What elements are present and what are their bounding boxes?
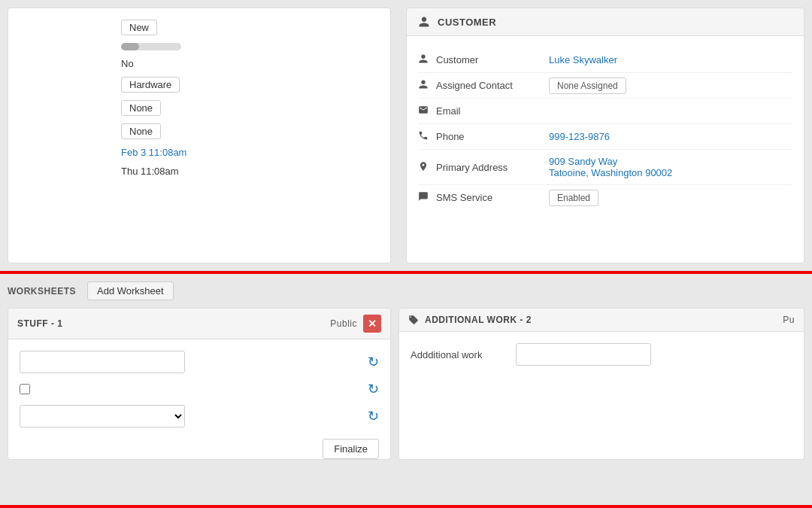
date-blue-row: Feb 3 11:08am — [23, 147, 375, 158]
worksheet-card-1-actions: Public ✕ — [330, 315, 381, 333]
ws-checkbox-row: ↻ — [20, 381, 379, 397]
address-line1: 909 Sandy Way — [549, 156, 617, 167]
sms-icon — [418, 191, 436, 204]
additional-work-label: Addditional work — [411, 349, 508, 360]
assigned-contact-row: Assigned Contact None Assigned — [418, 73, 792, 99]
customer-panel-header: CUSTOMER — [407, 8, 804, 36]
ws-reset-icon-2[interactable]: ↻ — [368, 381, 379, 397]
add-worksheet-button[interactable]: Add Worksheet — [87, 281, 174, 300]
ws-text-row: ↻ — [20, 351, 379, 373]
address-label: Primary Address — [436, 162, 549, 173]
sms-value: Enabled — [549, 192, 792, 203]
bottom-red-divider — [0, 505, 812, 508]
none-badge-1: None — [121, 100, 161, 116]
progress-value — [121, 43, 375, 50]
worksheet-card-2-header: ADDITIONAL WORK - 2 Pu — [399, 309, 804, 332]
ws-reset-icon-3[interactable]: ↻ — [368, 408, 379, 424]
phone-icon — [418, 130, 436, 143]
none2-value: None — [121, 123, 375, 139]
status-row: New — [23, 20, 375, 35]
address-row: Primary Address 909 Sandy Way Tatooine, … — [418, 150, 792, 185]
ws-checkbox-1[interactable] — [20, 384, 30, 394]
none1-value: None — [121, 100, 375, 116]
hardware-value: Hardware — [121, 77, 375, 93]
address-line2: Tatooine, Washington 90002 — [549, 167, 672, 178]
worksheet-card-1-header: STUFF - 1 Public ✕ — [8, 309, 390, 339]
customer-panel: CUSTOMER Customer Luke Skywalker Assigne… — [406, 8, 804, 263]
phone-row: Phone 999-123-9876 — [418, 124, 792, 150]
hardware-badge: Hardware — [121, 77, 180, 93]
phone-label: Phone — [436, 131, 549, 142]
none2-row: None — [23, 123, 375, 139]
finalize-button[interactable]: Finalize — [323, 439, 379, 459]
worksheet-card-2-title: ADDITIONAL WORK - 2 — [425, 315, 532, 325]
worksheet-card-1-title-group: STUFF - 1 — [17, 318, 63, 329]
progress-row — [23, 43, 375, 50]
sms-enabled-badge: Enabled — [549, 190, 598, 206]
status-value: New — [121, 20, 375, 35]
worksheets-title: WORKSHEETS — [8, 286, 76, 297]
date-blue-text: Feb 3 11:08am — [121, 147, 186, 158]
customer-section-title: CUSTOMER — [438, 17, 496, 28]
date-normal-value: Thu 11:08am — [121, 166, 375, 177]
worksheet-card-1-delete-button[interactable]: ✕ — [363, 315, 381, 333]
ws-text-input-1[interactable] — [20, 351, 185, 373]
ws-select-row: ↻ — [20, 405, 379, 427]
none1-row: None — [23, 100, 375, 116]
worksheets-header: WORKSHEETS Add Worksheet — [8, 281, 804, 300]
phone-value[interactable]: 999-123-9876 — [549, 131, 792, 142]
customer-name-value[interactable]: Luke Skywalker — [549, 54, 792, 65]
worksheet-card-1-title: STUFF - 1 — [17, 318, 63, 329]
no-row: No — [23, 58, 375, 69]
ws-select-1[interactable] — [20, 405, 185, 427]
progress-bar — [121, 43, 181, 50]
date-normal-row: Thu 11:08am — [23, 166, 375, 177]
sms-row: SMS Service Enabled — [418, 185, 792, 210]
customer-header-icon — [418, 16, 430, 28]
worksheets-row: STUFF - 1 Public ✕ ↻ ↻ — [8, 308, 804, 460]
sms-label: SMS Service — [436, 192, 549, 203]
hardware-row: Hardware — [23, 77, 375, 93]
assigned-contact-label: Assigned Contact — [436, 80, 549, 91]
progress-fill — [121, 43, 139, 50]
additional-work-row: Addditional work — [411, 343, 792, 366]
worksheet-card-1: STUFF - 1 Public ✕ ↻ ↻ — [8, 308, 391, 460]
assigned-contact-value: None Assigned — [549, 80, 792, 91]
customer-field-label: Customer — [436, 54, 549, 65]
person-icon — [418, 53, 436, 66]
worksheet-card-1-visibility: Public — [330, 318, 357, 329]
worksheet-card-2: ADDITIONAL WORK - 2 Pu Addditional work — [398, 308, 804, 460]
top-section: New No Hardware None — [0, 0, 812, 271]
assigned-contact-icon — [418, 79, 436, 92]
worksheet-card-2-body: Addditional work — [399, 332, 804, 385]
additional-work-input[interactable] — [516, 343, 651, 366]
customer-body: Customer Luke Skywalker Assigned Contact… — [407, 36, 804, 221]
email-label: Email — [436, 105, 549, 117]
worksheets-section: WORKSHEETS Add Worksheet STUFF - 1 Publi… — [0, 274, 812, 467]
email-icon — [418, 105, 436, 117]
address-value: 909 Sandy Way Tatooine, Washington 90002 — [549, 156, 792, 178]
worksheet-card-1-body: ↻ ↻ ↻ Finalize — [8, 339, 390, 446]
ws-reset-icon-1[interactable]: ↻ — [368, 354, 379, 370]
no-value: No — [121, 58, 375, 69]
email-row: Email — [418, 99, 792, 124]
status-badge: New — [121, 20, 157, 35]
none-badge-2: None — [121, 123, 161, 139]
worksheet-card-2-title-group: ADDITIONAL WORK - 2 — [408, 315, 532, 325]
customer-name-row: Customer Luke Skywalker — [418, 47, 792, 73]
date-blue-value: Feb 3 11:08am — [121, 147, 375, 158]
address-icon — [418, 161, 436, 174]
info-panel: New No Hardware None — [8, 8, 391, 263]
none-assigned-badge: None Assigned — [549, 78, 626, 94]
worksheet-card-2-visibility: Pu — [783, 315, 795, 325]
tag-icon — [408, 315, 419, 325]
